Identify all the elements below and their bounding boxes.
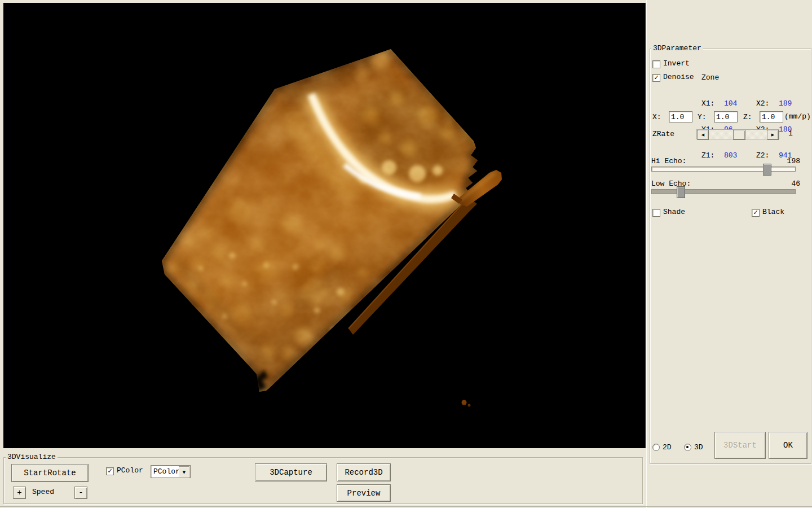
shade-label: Shade	[663, 208, 685, 216]
zone-x2-value: 189	[779, 99, 792, 108]
mode-2d-radio[interactable]	[652, 444, 660, 451]
right-arrow-icon: ▶	[771, 133, 774, 137]
speed-label: Speed	[32, 488, 54, 496]
zrate-value: 1	[788, 129, 793, 138]
application-window: 3DParameter Invert ✓ Denoise Zone X1:104…	[0, 0, 812, 508]
low-echo-value: 46	[776, 179, 800, 188]
pcolor-dropdown-button[interactable]: ▼	[179, 466, 189, 478]
x-scale-label: X:	[652, 113, 661, 121]
visualize-groupbox-title: 3DVisualize	[6, 453, 58, 461]
z-scale-input[interactable]	[760, 111, 783, 122]
hi-echo-label: Hi Echo:	[651, 157, 686, 165]
zrate-scroll-right-button[interactable]: ▶	[767, 130, 779, 140]
start-rotate-button[interactable]: StartRotate	[11, 464, 89, 482]
zone-z2-label: Z2:	[756, 151, 779, 160]
zrate-scroll-left-button[interactable]: ◀	[697, 130, 709, 140]
invert-label: Invert	[663, 59, 690, 68]
zone-z1-label: Z1:	[701, 151, 724, 160]
zone-row: X1:104X2:189	[701, 99, 798, 108]
pcolor-dropdown-value: PColor	[153, 467, 180, 476]
low-echo-slider-thumb[interactable]	[677, 186, 685, 198]
y-scale-label: Y:	[698, 113, 707, 121]
zrate-scrollbar-thumb[interactable]	[733, 130, 745, 140]
speed-plus-button[interactable]: +	[13, 487, 26, 499]
zone-title: Zone	[701, 73, 798, 82]
denoise-checkbox[interactable]: ✓	[652, 74, 660, 82]
ok-button[interactable]: OK	[769, 432, 807, 459]
ultrasound-3d-render[interactable]	[3, 3, 645, 448]
left-arrow-icon: ◀	[701, 133, 704, 137]
scale-unit-label: (mm/p)	[784, 112, 811, 121]
window-bottom-edge	[0, 506, 812, 507]
hi-echo-slider-thumb[interactable]	[763, 164, 771, 176]
zone-x2-label: X2:	[756, 99, 779, 108]
render-viewport[interactable]	[3, 3, 646, 448]
z-scale-label: Z:	[743, 113, 752, 121]
zrate-scrollbar[interactable]: ◀ ▶	[696, 129, 779, 139]
zone-x1-label: X1:	[701, 99, 724, 108]
check-icon: ✓	[654, 75, 659, 81]
pcolor-dropdown[interactable]: PColor ▼	[151, 465, 191, 478]
zrate-label: ZRate	[652, 130, 674, 138]
check-icon: ✓	[753, 209, 758, 216]
mode-3d-radio[interactable]	[684, 444, 691, 451]
zone-z1-value: 803	[724, 151, 756, 160]
pcolor-label: PColor	[117, 466, 143, 475]
hi-echo-value: 198	[776, 157, 800, 165]
check-icon: ✓	[107, 468, 112, 474]
mode-2d-label: 2D	[663, 443, 672, 452]
low-echo-slider-track[interactable]	[651, 189, 796, 194]
panel-divider	[646, 0, 647, 508]
chevron-down-icon: ▼	[183, 470, 186, 475]
x-scale-input[interactable]	[669, 111, 692, 122]
param-groupbox-title: 3DParameter	[651, 45, 703, 52]
hi-echo-slider-track[interactable]	[651, 167, 796, 172]
invert-checkbox[interactable]	[652, 60, 660, 68]
zone-x1-value: 104	[724, 99, 756, 108]
start3d-button[interactable]: 3DStart	[714, 432, 766, 459]
black-label: Black	[762, 208, 784, 216]
denoise-label: Denoise	[663, 73, 694, 81]
speed-minus-button[interactable]: -	[74, 487, 87, 499]
y-scale-input[interactable]	[714, 111, 738, 122]
capture3d-button[interactable]: 3DCapture	[255, 463, 327, 481]
shade-checkbox[interactable]	[652, 209, 660, 217]
black-checkbox[interactable]: ✓	[752, 209, 760, 217]
mode-3d-label: 3D	[694, 443, 703, 452]
pcolor-checkbox[interactable]: ✓	[106, 467, 114, 475]
preview-button[interactable]: Preview	[337, 484, 391, 502]
record3d-button[interactable]: Record3D	[337, 463, 391, 481]
